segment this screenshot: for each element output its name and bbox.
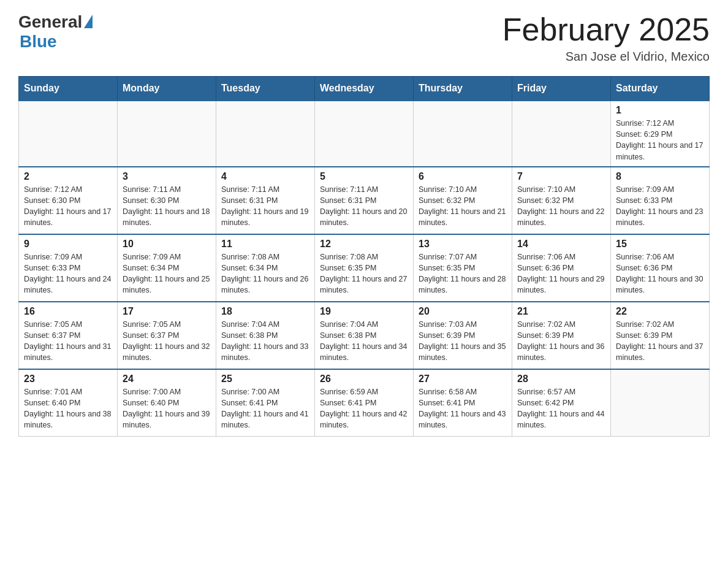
day-cell: 16Sunrise: 7:05 AM Sunset: 6:37 PM Dayli…: [19, 302, 118, 369]
day-number: 6: [419, 171, 507, 182]
day-cell: [118, 101, 216, 167]
day-number: 10: [123, 239, 211, 250]
day-number: 27: [419, 373, 507, 385]
day-cell: 12Sunrise: 7:08 AM Sunset: 6:35 PM Dayli…: [315, 234, 414, 302]
day-cell: 28Sunrise: 6:57 AM Sunset: 6:42 PM Dayli…: [512, 369, 611, 437]
day-info: Sunrise: 7:12 AM Sunset: 6:30 PM Dayligh…: [24, 184, 112, 229]
logo-triangle-icon: [84, 15, 93, 28]
day-cell: 25Sunrise: 7:00 AM Sunset: 6:41 PM Dayli…: [216, 369, 315, 437]
day-cell: [19, 101, 118, 167]
day-info: Sunrise: 7:11 AM Sunset: 6:31 PM Dayligh…: [320, 184, 408, 229]
calendar-body: 1Sunrise: 7:12 AM Sunset: 6:29 PM Daylig…: [19, 101, 710, 437]
day-info: Sunrise: 7:11 AM Sunset: 6:30 PM Dayligh…: [123, 184, 211, 229]
day-number: 22: [616, 306, 704, 317]
day-cell: 19Sunrise: 7:04 AM Sunset: 6:38 PM Dayli…: [315, 302, 414, 369]
week-row-3: 9Sunrise: 7:09 AM Sunset: 6:33 PM Daylig…: [19, 234, 710, 302]
day-number: 18: [221, 306, 309, 317]
day-info: Sunrise: 7:05 AM Sunset: 6:37 PM Dayligh…: [24, 319, 112, 364]
day-number: 9: [24, 239, 112, 250]
day-info: Sunrise: 7:00 AM Sunset: 6:40 PM Dayligh…: [123, 386, 211, 431]
day-number: 2: [24, 171, 112, 182]
day-number: 16: [24, 306, 112, 317]
header-cell-monday: Monday: [118, 77, 216, 101]
day-cell: 18Sunrise: 7:04 AM Sunset: 6:38 PM Dayli…: [216, 302, 315, 369]
page-header: General Blue February 2025 San Jose el V…: [18, 12, 710, 64]
day-cell: 17Sunrise: 7:05 AM Sunset: 6:37 PM Dayli…: [118, 302, 216, 369]
day-cell: 13Sunrise: 7:07 AM Sunset: 6:35 PM Dayli…: [414, 234, 512, 302]
day-cell: 10Sunrise: 7:09 AM Sunset: 6:34 PM Dayli…: [118, 234, 216, 302]
day-info: Sunrise: 7:10 AM Sunset: 6:32 PM Dayligh…: [517, 184, 605, 229]
day-number: 3: [123, 171, 211, 182]
day-info: Sunrise: 7:03 AM Sunset: 6:39 PM Dayligh…: [419, 319, 507, 364]
day-cell: [611, 369, 710, 437]
day-cell: 24Sunrise: 7:00 AM Sunset: 6:40 PM Dayli…: [118, 369, 216, 437]
logo: General Blue: [18, 12, 93, 52]
day-cell: [512, 101, 611, 167]
day-cell: 1Sunrise: 7:12 AM Sunset: 6:29 PM Daylig…: [611, 101, 710, 167]
day-number: 5: [320, 171, 408, 182]
day-number: 24: [123, 373, 211, 385]
day-info: Sunrise: 7:10 AM Sunset: 6:32 PM Dayligh…: [419, 184, 507, 229]
day-number: 14: [517, 239, 605, 250]
header-row: SundayMondayTuesdayWednesdayThursdayFrid…: [19, 77, 710, 101]
day-cell: 4Sunrise: 7:11 AM Sunset: 6:31 PM Daylig…: [216, 167, 315, 234]
day-number: 26: [320, 373, 408, 385]
day-info: Sunrise: 7:09 AM Sunset: 6:34 PM Dayligh…: [123, 251, 211, 296]
week-row-5: 23Sunrise: 7:01 AM Sunset: 6:40 PM Dayli…: [19, 369, 710, 437]
day-info: Sunrise: 6:59 AM Sunset: 6:41 PM Dayligh…: [320, 386, 408, 431]
day-cell: 3Sunrise: 7:11 AM Sunset: 6:30 PM Daylig…: [118, 167, 216, 234]
header-cell-friday: Friday: [512, 77, 611, 101]
day-cell: 21Sunrise: 7:02 AM Sunset: 6:39 PM Dayli…: [512, 302, 611, 369]
day-info: Sunrise: 7:00 AM Sunset: 6:41 PM Dayligh…: [221, 386, 309, 431]
day-number: 8: [616, 171, 704, 182]
day-cell: 15Sunrise: 7:06 AM Sunset: 6:36 PM Dayli…: [611, 234, 710, 302]
calendar-header: SundayMondayTuesdayWednesdayThursdayFrid…: [19, 77, 710, 101]
day-cell: 27Sunrise: 6:58 AM Sunset: 6:41 PM Dayli…: [414, 369, 512, 437]
day-cell: 6Sunrise: 7:10 AM Sunset: 6:32 PM Daylig…: [414, 167, 512, 234]
day-cell: 11Sunrise: 7:08 AM Sunset: 6:34 PM Dayli…: [216, 234, 315, 302]
calendar-table: SundayMondayTuesdayWednesdayThursdayFrid…: [18, 76, 710, 437]
day-info: Sunrise: 7:09 AM Sunset: 6:33 PM Dayligh…: [616, 184, 704, 229]
header-cell-thursday: Thursday: [414, 77, 512, 101]
logo-general-text: General: [18, 12, 82, 32]
day-info: Sunrise: 7:06 AM Sunset: 6:36 PM Dayligh…: [616, 251, 704, 296]
day-cell: 7Sunrise: 7:10 AM Sunset: 6:32 PM Daylig…: [512, 167, 611, 234]
day-cell: 20Sunrise: 7:03 AM Sunset: 6:39 PM Dayli…: [414, 302, 512, 369]
header-cell-sunday: Sunday: [19, 77, 118, 101]
day-number: 4: [221, 171, 309, 182]
day-number: 17: [123, 306, 211, 317]
day-number: 1: [616, 105, 704, 116]
day-info: Sunrise: 7:11 AM Sunset: 6:31 PM Dayligh…: [221, 184, 309, 229]
day-number: 7: [517, 171, 605, 182]
day-cell: [414, 101, 512, 167]
day-cell: [216, 101, 315, 167]
calendar-subtitle: San Jose el Vidrio, Mexico: [502, 50, 710, 64]
day-info: Sunrise: 7:09 AM Sunset: 6:33 PM Dayligh…: [24, 251, 112, 296]
day-info: Sunrise: 7:04 AM Sunset: 6:38 PM Dayligh…: [221, 319, 309, 364]
day-number: 11: [221, 239, 309, 250]
day-cell: 14Sunrise: 7:06 AM Sunset: 6:36 PM Dayli…: [512, 234, 611, 302]
day-cell: 22Sunrise: 7:02 AM Sunset: 6:39 PM Dayli…: [611, 302, 710, 369]
day-info: Sunrise: 7:08 AM Sunset: 6:35 PM Dayligh…: [320, 251, 408, 296]
day-number: 21: [517, 306, 605, 317]
day-info: Sunrise: 7:06 AM Sunset: 6:36 PM Dayligh…: [517, 251, 605, 296]
day-number: 28: [517, 373, 605, 385]
day-number: 25: [221, 373, 309, 385]
day-cell: 2Sunrise: 7:12 AM Sunset: 6:30 PM Daylig…: [19, 167, 118, 234]
day-info: Sunrise: 6:57 AM Sunset: 6:42 PM Dayligh…: [517, 386, 605, 431]
week-row-2: 2Sunrise: 7:12 AM Sunset: 6:30 PM Daylig…: [19, 167, 710, 234]
day-cell: 8Sunrise: 7:09 AM Sunset: 6:33 PM Daylig…: [611, 167, 710, 234]
day-info: Sunrise: 7:05 AM Sunset: 6:37 PM Dayligh…: [123, 319, 211, 364]
header-cell-wednesday: Wednesday: [315, 77, 414, 101]
day-info: Sunrise: 7:04 AM Sunset: 6:38 PM Dayligh…: [320, 319, 408, 364]
title-section: February 2025 San Jose el Vidrio, Mexico: [502, 12, 710, 64]
header-cell-saturday: Saturday: [611, 77, 710, 101]
calendar-title: February 2025: [502, 12, 710, 47]
week-row-4: 16Sunrise: 7:05 AM Sunset: 6:37 PM Dayli…: [19, 302, 710, 369]
day-cell: 26Sunrise: 6:59 AM Sunset: 6:41 PM Dayli…: [315, 369, 414, 437]
day-number: 19: [320, 306, 408, 317]
day-cell: 5Sunrise: 7:11 AM Sunset: 6:31 PM Daylig…: [315, 167, 414, 234]
day-info: Sunrise: 7:02 AM Sunset: 6:39 PM Dayligh…: [517, 319, 605, 364]
day-info: Sunrise: 7:12 AM Sunset: 6:29 PM Dayligh…: [616, 118, 704, 163]
day-number: 20: [419, 306, 507, 317]
